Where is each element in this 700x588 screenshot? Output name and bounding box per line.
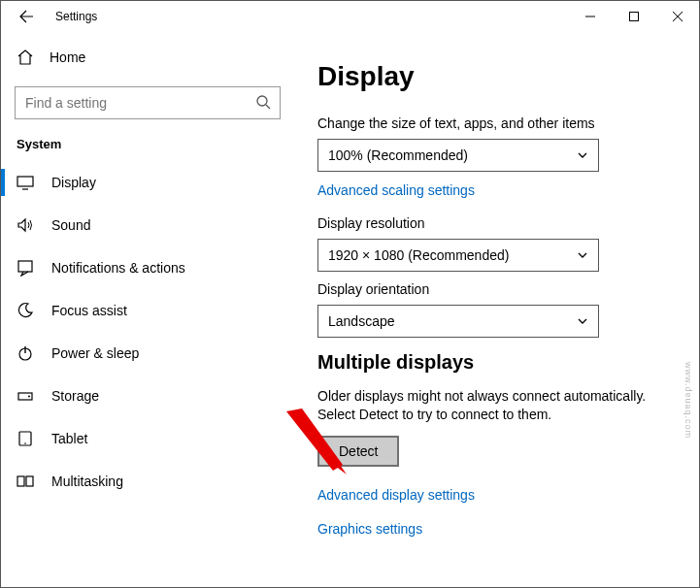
- resolution-label: Display resolution: [317, 215, 680, 231]
- svg-rect-3: [18, 261, 32, 272]
- body: Home System Display Sound Notifications …: [1, 32, 699, 587]
- svg-point-8: [24, 442, 26, 444]
- sidebar-item-sound[interactable]: Sound: [1, 204, 294, 246]
- search-input[interactable]: [15, 86, 281, 119]
- sidebar-item-power-sleep[interactable]: Power & sleep: [1, 332, 294, 375]
- close-icon: [673, 12, 683, 21]
- focus-assist-icon: [17, 302, 34, 319]
- sidebar-item-label: Sound: [51, 217, 90, 233]
- home-icon: [17, 49, 34, 66]
- sidebar-item-label: Multitasking: [51, 474, 123, 489]
- title-bar-left: Settings: [1, 7, 97, 26]
- sidebar-item-label: Display: [51, 175, 96, 190]
- orientation-combobox[interactable]: Landscape: [317, 305, 599, 338]
- multitasking-icon: [17, 473, 34, 490]
- sidebar-item-focus-assist[interactable]: Focus assist: [1, 289, 294, 332]
- svg-point-1: [257, 96, 267, 106]
- sidebar: Home System Display Sound Notifications …: [1, 32, 294, 587]
- minimize-button[interactable]: [568, 1, 612, 32]
- sidebar-item-notifications[interactable]: Notifications & actions: [1, 246, 294, 289]
- graphics-settings-link[interactable]: Graphics settings: [317, 521, 422, 537]
- advanced-scaling-link[interactable]: Advanced scaling settings: [317, 182, 475, 198]
- window-controls: [568, 1, 699, 32]
- close-button[interactable]: [655, 1, 699, 32]
- sidebar-item-tablet[interactable]: Tablet: [1, 417, 294, 460]
- chevron-down-icon: [577, 315, 588, 327]
- sidebar-item-display[interactable]: Display: [1, 161, 294, 204]
- multiple-displays-heading: Multiple displays: [317, 351, 680, 374]
- title-bar: Settings: [1, 1, 699, 32]
- sidebar-item-label: Focus assist: [51, 303, 127, 318]
- search-wrap: [15, 86, 281, 119]
- display-icon: [17, 174, 34, 191]
- orientation-label: Display orientation: [317, 281, 680, 297]
- chevron-down-icon: [577, 249, 588, 261]
- resolution-combobox[interactable]: 1920 × 1080 (Recommended): [317, 239, 599, 272]
- window-title: Settings: [55, 10, 97, 23]
- advanced-display-link[interactable]: Advanced display settings: [317, 487, 475, 503]
- orientation-value: Landscape: [328, 313, 395, 329]
- sidebar-item-label: Notifications & actions: [51, 260, 185, 276]
- scale-value: 100% (Recommended): [328, 147, 468, 163]
- sidebar-home[interactable]: Home: [1, 38, 294, 77]
- sidebar-item-label: Power & sleep: [51, 345, 139, 361]
- power-icon: [17, 344, 34, 362]
- sidebar-item-storage[interactable]: Storage: [1, 375, 294, 417]
- content-area: Display Change the size of text, apps, a…: [294, 32, 699, 587]
- back-button[interactable]: [17, 7, 36, 26]
- svg-rect-0: [629, 13, 638, 21]
- sidebar-item-label: Tablet: [51, 431, 87, 446]
- page-title: Display: [317, 61, 680, 92]
- sidebar-item-label: Storage: [51, 388, 99, 404]
- svg-rect-10: [26, 476, 33, 486]
- sidebar-group-title: System: [1, 119, 294, 161]
- search-icon: [255, 94, 271, 114]
- sidebar-home-label: Home: [50, 49, 85, 65]
- multiple-displays-text: Older displays might not always connect …: [317, 387, 680, 424]
- svg-rect-2: [17, 177, 33, 186]
- storage-icon: [17, 387, 34, 405]
- scale-label: Change the size of text, apps, and other…: [317, 115, 680, 131]
- maximize-icon: [629, 12, 639, 21]
- svg-point-6: [28, 396, 30, 398]
- maximize-button[interactable]: [612, 1, 655, 32]
- sound-icon: [17, 216, 34, 234]
- chevron-down-icon: [577, 149, 588, 161]
- notifications-icon: [17, 259, 34, 277]
- detect-button[interactable]: Detect: [317, 436, 399, 467]
- resolution-value: 1920 × 1080 (Recommended): [328, 247, 509, 263]
- scale-combobox[interactable]: 100% (Recommended): [317, 139, 599, 172]
- svg-rect-9: [17, 476, 24, 486]
- minimize-icon: [585, 12, 595, 21]
- sidebar-item-multitasking[interactable]: Multitasking: [1, 460, 294, 503]
- arrow-left-icon: [18, 9, 34, 24]
- tablet-icon: [17, 430, 34, 447]
